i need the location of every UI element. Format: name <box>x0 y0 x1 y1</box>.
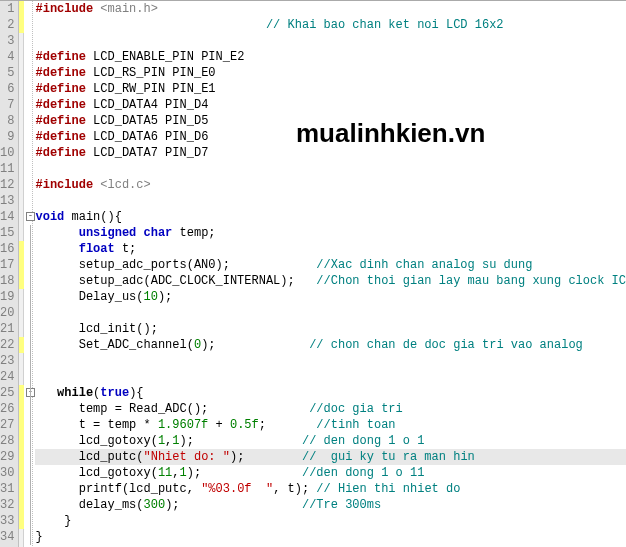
code-line[interactable]: #define LCD_DATA4 PIN_D4 <box>35 97 626 113</box>
code-line[interactable]: Delay_us(10); <box>35 289 626 305</box>
line-number: 27 <box>0 417 14 433</box>
line-number-gutter: 1234567891011121314151617181920212223242… <box>0 1 19 547</box>
line-number: 17 <box>0 257 14 273</box>
code-editor: 1234567891011121314151617181920212223242… <box>0 0 626 547</box>
fold-gutter: -- <box>24 1 33 547</box>
line-number: 29 <box>0 449 14 465</box>
code-line[interactable]: Set_ADC_channel(0); // chon chan de doc … <box>35 337 626 353</box>
code-line[interactable]: #include <main.h> <box>35 1 626 17</box>
code-line[interactable] <box>35 305 626 321</box>
code-line[interactable]: printf(lcd_putc, "%03.0f ", t); // Hien … <box>35 481 626 497</box>
line-number: 12 <box>0 177 14 193</box>
line-number: 8 <box>0 113 14 129</box>
line-number: 25 <box>0 385 14 401</box>
code-line[interactable] <box>35 353 626 369</box>
line-number: 9 <box>0 129 14 145</box>
line-number: 19 <box>0 289 14 305</box>
line-number: 6 <box>0 81 14 97</box>
code-line[interactable]: setup_adc(ADC_CLOCK_INTERNAL); //Chon th… <box>35 273 626 289</box>
code-line[interactable]: setup_adc_ports(AN0); //Xac dinh chan an… <box>35 257 626 273</box>
code-line[interactable]: #define LCD_DATA5 PIN_D5 <box>35 113 626 129</box>
line-number: 5 <box>0 65 14 81</box>
line-number: 16 <box>0 241 14 257</box>
line-number: 13 <box>0 193 14 209</box>
line-number: 34 <box>0 529 14 545</box>
line-number: 10 <box>0 145 14 161</box>
code-line[interactable]: } <box>35 513 626 529</box>
code-line[interactable] <box>35 193 626 209</box>
line-number: 30 <box>0 465 14 481</box>
line-number: 18 <box>0 273 14 289</box>
line-number: 24 <box>0 369 14 385</box>
code-line[interactable]: float t; <box>35 241 626 257</box>
line-number: 31 <box>0 481 14 497</box>
line-number: 11 <box>0 161 14 177</box>
code-line[interactable]: #define LCD_DATA6 PIN_D6 <box>35 129 626 145</box>
code-line[interactable]: lcd_putc("Nhiet do: "); // gui ky tu ra … <box>35 449 626 465</box>
code-line[interactable]: delay_ms(300); //Tre 300ms <box>35 497 626 513</box>
code-line[interactable]: // Khai bao chan ket noi LCD 16x2 <box>35 17 626 33</box>
code-line[interactable] <box>35 33 626 49</box>
fold-guide-line <box>30 401 31 529</box>
code-line[interactable]: lcd_gotoxy(1,1); // den dong 1 o 1 <box>35 433 626 449</box>
code-line[interactable]: #define LCD_ENABLE_PIN PIN_E2 <box>35 49 626 65</box>
code-line[interactable]: #define LCD_RS_PIN PIN_E0 <box>35 65 626 81</box>
line-number: 21 <box>0 321 14 337</box>
code-line[interactable]: t = temp * 1.9607f + 0.5f; //tinh toan <box>35 417 626 433</box>
code-line[interactable]: #define LCD_RW_PIN PIN_E1 <box>35 81 626 97</box>
code-line[interactable]: lcd_gotoxy(11,1); //den dong 1 o 11 <box>35 465 626 481</box>
code-line[interactable] <box>35 161 626 177</box>
line-number: 20 <box>0 305 14 321</box>
code-line[interactable]: lcd_init(); <box>35 321 626 337</box>
code-line[interactable]: #include <lcd.c> <box>35 177 626 193</box>
line-number: 28 <box>0 433 14 449</box>
code-line[interactable] <box>35 369 626 385</box>
code-line[interactable]: #define LCD_DATA7 PIN_D7 <box>35 145 626 161</box>
line-number: 4 <box>0 49 14 65</box>
line-number: 26 <box>0 401 14 417</box>
code-line[interactable]: temp = Read_ADC(); //doc gia tri <box>35 401 626 417</box>
line-number: 32 <box>0 497 14 513</box>
line-number: 23 <box>0 353 14 369</box>
code-area[interactable]: #include <main.h> // Khai bao chan ket n… <box>33 1 626 547</box>
code-line[interactable]: void main(){ <box>35 209 626 225</box>
line-number: 2 <box>0 17 14 33</box>
line-number: 15 <box>0 225 14 241</box>
line-number: 33 <box>0 513 14 529</box>
code-line[interactable]: unsigned char temp; <box>35 225 626 241</box>
line-number: 3 <box>0 33 14 49</box>
line-number: 14 <box>0 209 14 225</box>
line-number: 22 <box>0 337 14 353</box>
code-line[interactable]: } <box>35 529 626 545</box>
line-number: 1 <box>0 1 14 17</box>
code-line[interactable]: while(true){ <box>35 385 626 401</box>
line-number: 7 <box>0 97 14 113</box>
